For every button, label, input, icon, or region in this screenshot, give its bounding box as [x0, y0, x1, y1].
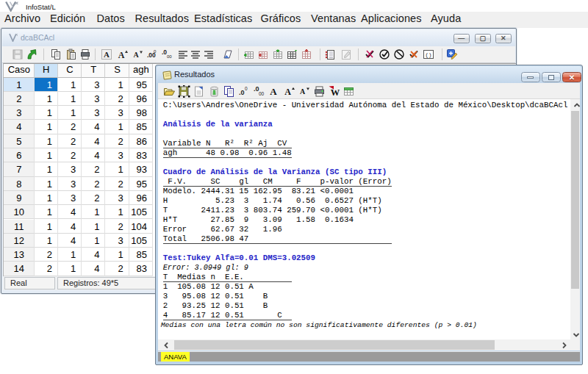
svg-text:00: 00: [259, 91, 265, 96]
svg-text:( ): ( ): [426, 51, 431, 58]
svg-text:A: A: [133, 51, 139, 59]
svg-text:W: W: [331, 87, 340, 97]
svg-text:A: A: [104, 50, 110, 59]
svg-text:.0: .0: [239, 89, 245, 96]
svg-text:00: 00: [167, 54, 172, 59]
svg-text:0: 0: [154, 49, 157, 54]
svg-text:0: 0: [245, 86, 248, 91]
svg-text:A: A: [284, 87, 291, 97]
svg-text:A: A: [300, 87, 306, 96]
svg-text:A: A: [118, 50, 125, 60]
svg-text:A: A: [270, 86, 278, 97]
